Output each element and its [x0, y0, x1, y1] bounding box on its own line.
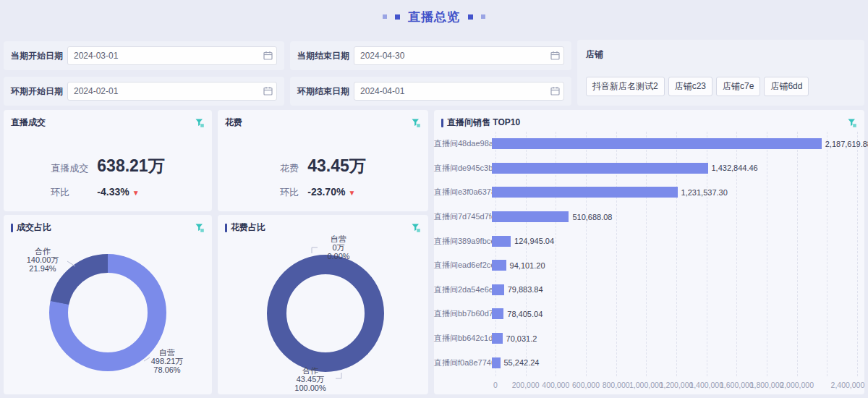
- shop-label: 店铺: [586, 48, 856, 61]
- ratio-value: -4.33%▼: [97, 186, 164, 198]
- bar-value-label: 55,242.24: [504, 358, 540, 367]
- donut-card-deal-share: 成交占比 合作 140.00万 21.94% 自营 498.21万 78.06%: [4, 215, 212, 394]
- card-title: 直播成交: [11, 117, 195, 129]
- bar-row: 直播间2da54e6e6e79,883.84: [434, 278, 864, 302]
- current-start-date-input[interactable]: [67, 46, 277, 65]
- bar-category-label: 直播间de945c3b16: [434, 163, 492, 174]
- bar-value-label: 94,101.20: [510, 261, 545, 270]
- dashboard: 直播总览 当期开始日期 当期结束日期 环期开始日期 环期结束日期 店铺: [0, 0, 868, 398]
- metric-value: 43.45万: [307, 155, 366, 177]
- bar-category-label: 直播间2da54e6e6e: [434, 284, 492, 295]
- bar-value-label: 70,031.2: [506, 334, 537, 343]
- filter-funnel-icon[interactable]: [411, 118, 421, 128]
- x-axis-tick-label: 2,000,000: [780, 381, 814, 389]
- metric-label: 直播成交: [51, 162, 88, 175]
- bar-value-label: 2,187,619.88: [825, 140, 868, 148]
- bar-category-label: 直播间7d745d7fd3: [434, 211, 492, 222]
- shop-option-button[interactable]: 店铺c7e: [716, 77, 760, 96]
- ratio-label: 环比: [51, 186, 88, 199]
- decor-square-icon: [395, 14, 400, 20]
- card-title: 直播间销售 TOP10: [447, 117, 847, 129]
- bar-value-label: 78,405.04: [507, 310, 542, 318]
- shop-option-button[interactable]: 抖音新店名测试2: [586, 77, 665, 96]
- bar-value-label: 510,688.08: [572, 213, 612, 221]
- x-axis-tick-label: 2,400,000: [831, 381, 865, 389]
- filter-label: 当期结束日期: [297, 50, 354, 62]
- x-axis-tick-label: 600,000: [572, 381, 600, 389]
- x-axis-tick-label: 1,800,000: [750, 381, 784, 389]
- bar[interactable]: [492, 308, 503, 319]
- ratio-label: 环比: [280, 186, 299, 199]
- bar-value-label: 1,432,844.46: [712, 164, 758, 172]
- filter-previous-start: 环期开始日期: [4, 77, 284, 106]
- shop-filter-panel: 店铺 抖音新店名测试2店铺c23店铺c7e店铺6dd: [577, 40, 864, 106]
- previous-start-date-input[interactable]: [67, 82, 277, 101]
- card-title: 花费: [225, 117, 411, 129]
- shop-option-button[interactable]: 店铺6dd: [764, 77, 809, 96]
- calendar-icon[interactable]: [550, 51, 560, 60]
- donut-card-cost-share: 花费占比 自营 0万 0.00% 合作 43.45万 100.00%: [218, 215, 428, 394]
- bar[interactable]: [492, 163, 708, 174]
- bar[interactable]: [492, 333, 503, 344]
- kpi-card-cost: 花费 花费 43.45万 环比 -23.70%▼: [218, 110, 428, 211]
- bar-value-label: 79,883.84: [508, 285, 543, 294]
- x-axis-tick-label: 0: [493, 381, 498, 389]
- bar-category-label: 直播间f0a8e77464: [434, 357, 492, 368]
- donut-slice-合作[interactable]: [277, 265, 375, 363]
- decor-square-icon: [468, 14, 473, 20]
- slice-label-coop: 合作 43.45万 100.00%: [285, 366, 336, 392]
- title-bar-icon: [441, 119, 443, 127]
- bar-row: 直播间389a9fbce0124,945.04: [434, 229, 864, 253]
- bar-row: 直播间ead6ef2cef94,101.20: [434, 253, 864, 278]
- x-axis-tick-label: 1,400,000: [689, 381, 723, 389]
- bar-row: 直播间de945c3b161,432,844.46: [434, 156, 864, 181]
- bar-row: 直播间e3f0a6378a1,231,537.30: [434, 180, 864, 205]
- bar[interactable]: [492, 211, 569, 222]
- bar-category-label: 直播间48dae98aeb: [434, 138, 492, 149]
- x-axis-tick-label: 1,000,000: [629, 381, 663, 389]
- filter-funnel-icon[interactable]: [195, 118, 205, 128]
- page-title: 直播总览: [408, 9, 460, 25]
- bar-category-label: 直播间ead6ef2cef: [434, 260, 492, 271]
- top10-bar-chart-card: 直播间销售 TOP10 直播间48dae98aeb2,187,619.88直播间…: [434, 110, 864, 394]
- shop-option-button[interactable]: 店铺c23: [668, 77, 712, 96]
- top10-bar-chart[interactable]: 直播间48dae98aeb2,187,619.88直播间de945c3b161,…: [434, 132, 864, 376]
- bar[interactable]: [492, 260, 506, 271]
- slice-label-self: 自营 498.21万 78.06%: [138, 348, 196, 374]
- bar-category-label: 直播间e3f0a6378a: [434, 187, 492, 198]
- x-axis-tick-label: 1,200,000: [660, 381, 694, 389]
- calendar-icon[interactable]: [263, 86, 273, 96]
- kpi-card-live-sales: 直播成交 直播成交 638.21万 环比 -4.33%▼: [4, 110, 212, 211]
- x-axis: 0200,000400,000600,000800,0001,000,0001,…: [495, 381, 857, 391]
- bar[interactable]: [492, 187, 678, 198]
- metric-value: 638.21万: [97, 155, 164, 177]
- x-axis-tick-label: 200,000: [512, 381, 540, 389]
- x-axis-tick-label: 1,600,000: [720, 381, 754, 389]
- bar[interactable]: [492, 236, 511, 247]
- trend-down-icon: ▼: [132, 189, 140, 197]
- filter-current-start: 当期开始日期: [4, 41, 284, 70]
- previous-end-date-input[interactable]: [354, 82, 564, 101]
- bar-category-label: 直播间bb642c1dd4: [434, 333, 492, 344]
- bar-row: 直播间7d745d7fd3510,688.08: [434, 205, 864, 229]
- ratio-value: -23.70%▼: [307, 186, 366, 198]
- bar[interactable]: [492, 284, 504, 295]
- calendar-icon[interactable]: [550, 86, 560, 96]
- x-axis-tick-label: 800,000: [603, 381, 630, 389]
- bar-row: 直播间48dae98aeb2,187,619.88: [434, 132, 864, 156]
- bar[interactable]: [492, 357, 501, 368]
- filter-label: 环期开始日期: [11, 85, 67, 98]
- decor-square-icon: [383, 14, 387, 19]
- calendar-icon[interactable]: [263, 51, 273, 60]
- current-end-date-input[interactable]: [354, 46, 564, 65]
- filter-funnel-icon[interactable]: [847, 118, 857, 128]
- filter-previous-end: 环期结束日期: [290, 77, 571, 106]
- bar[interactable]: [492, 138, 822, 149]
- decor-square-icon: [481, 14, 485, 19]
- bar-row: 直播间bb642c1dd470,031.2: [434, 326, 864, 351]
- trend-down-icon: ▼: [348, 189, 355, 197]
- x-axis-tick-label: 400,000: [542, 381, 569, 389]
- bar-value-label: 1,231,537.30: [681, 188, 728, 197]
- chart-bars: 直播间48dae98aeb2,187,619.88直播间de945c3b161,…: [434, 132, 864, 375]
- shop-options: 抖音新店名测试2店铺c23店铺c7e店铺6dd: [586, 77, 856, 96]
